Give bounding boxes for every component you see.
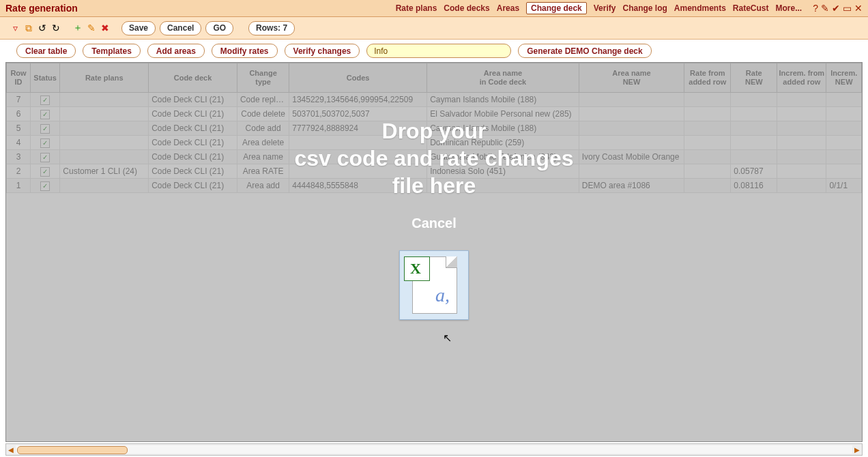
menu-change-deck[interactable]: Change deck <box>526 2 587 14</box>
menu-verify[interactable]: Verify <box>594 3 616 13</box>
toolbar: ▿ ⧉ ↺ ↻ ＋ ✎ ✖ Save Cancel GO Rows: 7 <box>0 17 868 40</box>
info-field[interactable]: Info <box>366 44 511 58</box>
maximize-icon[interactable]: ▭ <box>843 3 852 14</box>
modify-rates-button[interactable]: Modify rates <box>212 44 278 58</box>
generate-demo-button[interactable]: Generate DEMO Change deck <box>518 44 651 58</box>
drop-message: Drop your csv code and rate changes file… <box>294 117 573 199</box>
menu-areas[interactable]: Areas <box>497 3 519 13</box>
top-menu: Rate plans Code decks Areas Change deck … <box>396 0 863 16</box>
cursor-icon: ↖ <box>443 331 452 344</box>
go-button[interactable]: GO <box>205 21 233 35</box>
copy-icon[interactable]: ⧉ <box>23 23 34 33</box>
undo-icon[interactable]: ↺ <box>37 23 48 33</box>
scroll-thumb[interactable] <box>17 446 128 454</box>
menu-code-decks[interactable]: Code decks <box>444 3 489 13</box>
filter-clear-icon[interactable]: ▿ <box>10 23 20 33</box>
excel-icon <box>404 256 430 281</box>
verify-changes-button[interactable]: Verify changes <box>285 44 360 58</box>
add-icon[interactable]: ＋ <box>72 23 83 33</box>
help-icon[interactable]: ? <box>813 3 818 14</box>
delete-icon[interactable]: ✖ <box>100 23 111 33</box>
add-areas-button[interactable]: Add areas <box>147 44 205 58</box>
menu-change-log[interactable]: Change log <box>622 3 667 13</box>
check-icon[interactable]: ✔ <box>832 3 840 14</box>
clear-table-button[interactable]: Clear table <box>16 44 76 58</box>
info-label: Info <box>374 46 388 56</box>
header-icons: ? ✎ ✔ ▭ ✕ <box>813 3 863 14</box>
horizontal-scrollbar[interactable]: ◀ ▶ <box>5 443 863 456</box>
edit-row-icon[interactable]: ✎ <box>86 23 97 33</box>
close-icon[interactable]: ✕ <box>854 3 863 14</box>
templates-button[interactable]: Templates <box>83 44 140 58</box>
action-bar: Clear table Templates Add areas Modify r… <box>0 40 868 62</box>
file-drop-icon: a, <box>399 250 469 320</box>
scroll-right-icon[interactable]: ▶ <box>852 446 862 454</box>
cancel-button[interactable]: Cancel <box>160 21 201 35</box>
menu-more[interactable]: More... <box>776 3 802 13</box>
page-title: Rate generation <box>5 3 78 14</box>
menu-ratecust[interactable]: RateCust <box>733 3 769 13</box>
menu-rate-plans[interactable]: Rate plans <box>396 3 437 13</box>
redo-icon[interactable]: ↻ <box>50 23 61 33</box>
drop-overlay[interactable]: Drop your csv code and rate changes file… <box>6 63 862 441</box>
save-button[interactable]: Save <box>121 21 156 35</box>
menu-amendments[interactable]: Amendments <box>674 3 726 13</box>
overlay-cancel-button[interactable]: Cancel <box>411 216 457 231</box>
data-grid: Row ID Status Rate plans Code deck Chang… <box>5 62 863 442</box>
rows-count: Rows: 7 <box>248 21 295 35</box>
scroll-left-icon[interactable]: ◀ <box>6 446 16 454</box>
header-bar: Rate generation Rate plans Code decks Ar… <box>0 0 868 17</box>
edit-icon[interactable]: ✎ <box>821 3 829 14</box>
